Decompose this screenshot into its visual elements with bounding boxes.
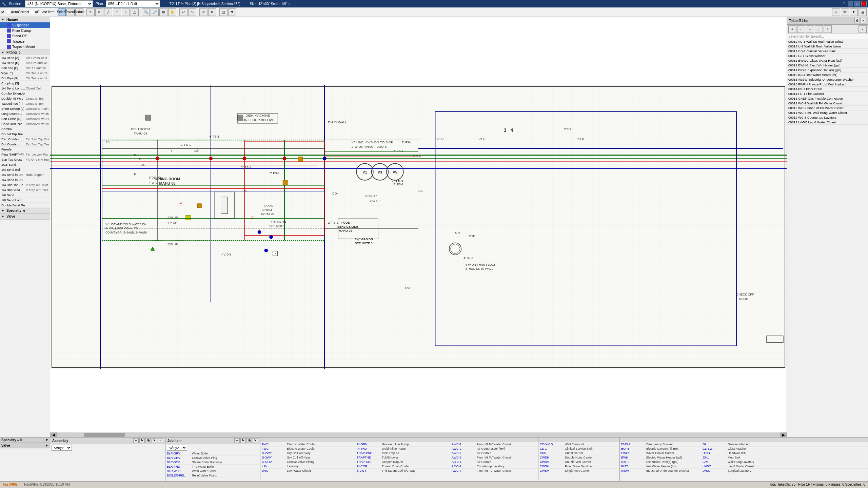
takeoff-item-6[interactable]: 00014 BIO-1 Expansion Tank(s) (gal) (787, 68, 868, 73)
ji6-item-2[interactable]: EWCC Water Cooler Carrier (620, 451, 701, 455)
assembly-del-btn[interactable]: ✕ (152, 438, 157, 443)
close-btn[interactable]: × (861, 1, 867, 6)
fitting-left-14[interactable]: Combo (0, 126, 25, 131)
tool-undo[interactable]: ↩ (179, 8, 188, 16)
fitting-left-5[interactable]: Coupling [S] (0, 81, 25, 85)
fitting-left-21[interactable]: 1/16 Bend (0, 162, 25, 167)
fitting-left-16[interactable]: Red Combo (0, 137, 25, 141)
fitting-right-7[interactable] (25, 91, 50, 96)
fitting-right-19[interactable]: Ferrule w/A Pig (25, 152, 50, 157)
assembly-filter[interactable]: <Any> (52, 445, 72, 451)
fitting-left-12[interactable]: San Cross [N] (0, 116, 25, 121)
fitting-left-3[interactable]: Wye [E] (0, 70, 25, 75)
ji-item-0[interactable]: BLR-GRV Water Boiler (165, 451, 260, 456)
takeoff-item-16[interactable]: 00012 WC-5 Countertop Lavatory (787, 115, 868, 120)
ji5-item-2[interactable]: CUR Urinal Carrier (538, 451, 619, 455)
fitting-right-27[interactable] (25, 192, 50, 197)
ji-item-1[interactable]: BLR-GRV Groove Valve Ping (165, 456, 260, 460)
fitting-left-1[interactable]: 1/4 Bend [B] (0, 60, 25, 65)
ji-item-5[interactable]: BOILER-REL Relief Valve Piping (165, 473, 260, 478)
fitting-left-0[interactable]: 1/4 Bend [A] (0, 55, 25, 60)
ji7-item-2[interactable]: HICU Headwall ICU (701, 451, 868, 455)
takeoff-item-10[interactable]: 00014 FS-1 Floor Drain (787, 87, 868, 92)
takeoff-tab[interactable]: Takeoff (66, 8, 75, 16)
jobitem-edit-btn[interactable]: ✎ (240, 438, 246, 443)
ji3-item-1[interactable]: PI-THD Weld Inline Pump (355, 447, 450, 451)
h-scrollbar[interactable]: ◀ ▶ (50, 432, 787, 437)
tool-draw[interactable]: ✏ (95, 8, 103, 16)
fitting-left-2[interactable]: San Tee [C] (0, 65, 25, 70)
fitting-left-18[interactable]: Ferrule (0, 147, 25, 151)
valve-toggle-btn[interactable]: ▼ (45, 444, 48, 447)
jobitem-copy-btn[interactable]: ⎘ (246, 438, 252, 443)
ji6-item-0[interactable]: EMSH Emergency Shower (620, 442, 701, 447)
ji-item-4[interactable]: BLR-WLD Weld Water Boiler (165, 469, 260, 473)
fitting-left-17[interactable]: Dbl Combo... (0, 142, 25, 146)
tool-line[interactable]: ╱ (104, 8, 112, 16)
ji6-item-5[interactable]: INST Inst Water Heater (hr) (620, 464, 701, 469)
fitting-right-1[interactable]: Cls Cro and w/... (25, 60, 50, 65)
takeoff-item-0[interactable]: 00012 AU-1 Wall Mt Rush Valve Urinal (787, 39, 868, 44)
right-filter-btn[interactable]: ▽ (832, 8, 840, 16)
h-scroll-thumb[interactable] (84, 433, 125, 437)
fitting-right-11[interactable]: Crossover w/Dbl (25, 111, 50, 116)
ji2-item-5[interactable]: LAV Lavatory (260, 464, 355, 469)
takeoff-item-13[interactable]: 00012 WC-1 Wall Mt FV Water Closet (787, 101, 868, 106)
scroll-right-btn[interactable]: ▶ (780, 432, 787, 437)
right-export-btn[interactable]: ⬆ (850, 8, 858, 16)
tool-select[interactable]: ↖ (86, 8, 95, 16)
right-print-btn[interactable]: 🖨 (859, 8, 867, 16)
ji7-item-1[interactable]: GL-SW Glass Washer (701, 447, 868, 451)
fitting-right-23[interactable]: Hub Adapter (25, 172, 50, 177)
fitting-right-20[interactable]: Fig One NH Top (25, 157, 50, 162)
ji5-item-1[interactable]: CS-1 Clinical Service Sink (538, 447, 619, 451)
ji4-item-4[interactable]: AC-3-1 Air Curtain (450, 460, 538, 464)
tool-zoom-in[interactable]: 🔍 (142, 8, 150, 16)
ji6-item-4[interactable]: EXPT Expansion Tank(s) (gal) (620, 460, 701, 464)
fitting-right-3[interactable]: Cls Tee a and t... (25, 70, 50, 75)
maximize-btn[interactable]: □ (854, 1, 860, 6)
assembly-add-btn[interactable]: + (133, 438, 139, 443)
fitting-left-11[interactable]: Long Sweep... (0, 111, 25, 116)
takeoff-item-15[interactable]: 00011 WC-3 2/F Wall Hung Water Closet (787, 110, 868, 115)
fitting-left-7[interactable]: Combo Extended (0, 91, 25, 96)
select-tab[interactable]: Select (58, 8, 66, 16)
fitting-right-6[interactable]: Close! Col... (25, 86, 50, 90)
fitting-left-4[interactable]: Dbl Wye [F] (0, 76, 25, 80)
jobitem-del-btn[interactable]: ✕ (253, 438, 258, 443)
ji3-item-0[interactable]: PI-GRV Groove Inline Pump (355, 442, 450, 447)
fitting-right-10[interactable]: Crossover Plain (25, 106, 50, 111)
fitting-left-15[interactable]: Dbl Vit Tap Tee (0, 131, 25, 136)
ji4-item-6[interactable]: AWC-7 Floor Mt FV Water Closet (450, 469, 538, 473)
tool-pan[interactable]: ✋ (168, 8, 176, 16)
fitting-right-14[interactable] (25, 126, 50, 131)
fitting-right-29[interactable] (25, 203, 50, 207)
ji2-item-6[interactable]: LWC Low Water Circuit (260, 469, 355, 473)
help-btn[interactable]: ? (842, 1, 846, 6)
fitting-left-23[interactable]: 1/4 Bend ln LH (0, 172, 25, 177)
fitting-left-8[interactable]: Double 45 Wye (0, 96, 25, 101)
takeoff-item-5[interactable]: 00012 EWH-1 Elect Wtr Heater (gal) (787, 63, 868, 68)
ji2-item-4[interactable]: G-NOV Groove Valve Piping (260, 460, 355, 464)
ji3-item-6[interactable]: S-2WY Thd Steam Coil w/2-Way (355, 469, 450, 473)
tool-filter[interactable]: ▼ (228, 8, 236, 16)
ji7-item-4[interactable]: LAV Wall Hung Lavatory (701, 460, 868, 464)
fitting-left-13[interactable]: Conc Reducer (0, 121, 25, 126)
jobitem-add-btn[interactable]: + (234, 438, 240, 443)
takeoff-item-3[interactable]: 00012 GI-1 Glass Washer (787, 54, 868, 58)
ji2-item-3[interactable]: G-3WY Gry Coil w/3-Way (260, 455, 355, 460)
assembly-list-btn[interactable]: ≡ (158, 438, 163, 443)
takeoff-item-2[interactable]: 00011 CS-1 Clinical Service Sink (787, 49, 868, 54)
ji4-item-2[interactable]: AWC-2 Air Curtain (450, 451, 538, 455)
specialty-header[interactable]: ▼ Specialty 0 (0, 208, 50, 214)
takeoff-item-11[interactable]: 00014 FC-1 Fire Cabinet (787, 92, 868, 96)
fitting-right-5[interactable] (25, 81, 50, 85)
ji2-item-2[interactable]: G-2WY Gry Coil w/2-Way (260, 451, 355, 455)
ji3-item-3[interactable]: TRAPTHD Tub/Shower (355, 455, 450, 460)
ji6-item-3[interactable]: EWH Electric Water Heater (gal) (620, 455, 701, 460)
section-select[interactable]: #31 (NHCOPFIX) Base, Fixtures (25, 0, 93, 7)
fitting-right-16[interactable]: Ext San Tap Crs (25, 137, 50, 141)
fitting-left-27[interactable]: 1/6 Bend (0, 192, 25, 197)
takeoff-item-9[interactable]: 00015 FWPH Freeze Proof Wall Hydrant (787, 82, 868, 87)
right-view-btn[interactable]: 👁 (841, 8, 849, 16)
